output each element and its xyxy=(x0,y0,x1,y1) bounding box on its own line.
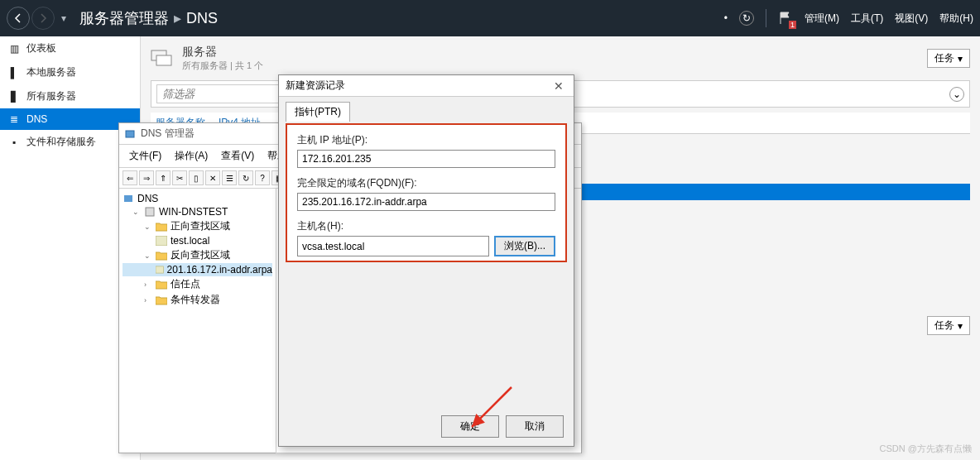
ip-label: 主机 IP 地址(P): xyxy=(297,133,555,147)
server-icon: ▌ xyxy=(8,67,20,79)
tree-rev-zones[interactable]: ⌄ 反向查找区域 xyxy=(122,247,272,263)
chevron-down-icon: ▾ xyxy=(958,53,963,65)
storage-icon: ▪ xyxy=(8,137,20,148)
dashboard-icon: ▥ xyxy=(8,43,20,55)
dns-tree: DNS ⌄ WIN-DNSTEST ⌄ 正向查找区域 test.local ⌄ … xyxy=(119,189,276,453)
dash-icon: • xyxy=(724,12,728,24)
servers-group-icon xyxy=(151,50,174,68)
delete-icon[interactable]: ✕ xyxy=(205,170,220,185)
refresh-icon[interactable]: ↻ xyxy=(739,11,754,26)
up-icon[interactable]: ⇑ xyxy=(156,170,171,185)
svg-rect-6 xyxy=(156,266,164,273)
ip-input[interactable] xyxy=(297,150,555,168)
tree-cond-fwd[interactable]: › 条件转发器 xyxy=(122,292,272,308)
breadcrumb-root[interactable]: 服务器管理器 xyxy=(79,8,169,28)
svg-rect-4 xyxy=(146,208,154,216)
tree-root[interactable]: DNS xyxy=(122,192,272,205)
cut-icon[interactable]: ✂ xyxy=(172,170,187,185)
breadcrumb: 服务器管理器 ▸ DNS xyxy=(79,8,218,28)
properties-icon[interactable]: ☰ xyxy=(222,170,237,185)
fqdn-input[interactable] xyxy=(297,193,555,211)
zone-icon xyxy=(156,265,164,275)
tasks-dropdown-2[interactable]: 任务▾ xyxy=(927,316,970,335)
host-label: 主机名(H): xyxy=(297,219,555,233)
back-button[interactable] xyxy=(7,7,30,30)
svg-rect-2 xyxy=(126,131,134,137)
expander-icon[interactable]: › xyxy=(144,280,152,289)
expand-toggle-icon[interactable]: ⌄ xyxy=(949,87,964,102)
tree-rev-zone-item[interactable]: 201.16.172.in-addr.arpa xyxy=(122,263,272,276)
tree-fwd-zones[interactable]: ⌄ 正向查找区域 xyxy=(122,218,272,234)
ok-button[interactable]: 确定 xyxy=(441,415,499,438)
servers-icon: ▋ xyxy=(8,91,20,103)
svg-rect-3 xyxy=(124,195,132,202)
topbar: ▾ 服务器管理器 ▸ DNS • ↻ 1 管理(M) 工具(T) 视图(V) 帮… xyxy=(0,0,980,36)
expander-icon[interactable]: ⌄ xyxy=(144,223,152,231)
tree-fwd-zone-item[interactable]: test.local xyxy=(122,234,272,247)
help-icon[interactable]: ? xyxy=(255,170,270,185)
dns-root-icon xyxy=(122,193,134,204)
refresh-icon-2[interactable]: ↻ xyxy=(238,170,253,185)
dns-app-icon xyxy=(124,128,136,140)
browse-button[interactable]: 浏览(B)... xyxy=(494,236,555,256)
fqdn-label: 完全限定的域名(FQDN)(F): xyxy=(297,176,555,190)
server-subtitle: 所有服务器 | 共 1 个 xyxy=(182,60,263,72)
server-node-icon xyxy=(144,206,156,218)
menu-help[interactable]: 帮助(H) xyxy=(939,12,973,26)
tree-server[interactable]: ⌄ WIN-DNSTEST xyxy=(122,205,272,218)
watermark: CSDN @方先森有点懒 xyxy=(880,443,972,455)
nav-fwd-icon[interactable]: ⇒ xyxy=(139,170,154,185)
menu-view2[interactable]: 查看(V) xyxy=(216,147,259,165)
dropdown-icon[interactable]: ▾ xyxy=(61,12,66,24)
server-title: 服务器 xyxy=(182,45,263,60)
copy-icon[interactable]: ▯ xyxy=(189,170,204,185)
chevron-down-icon: ▾ xyxy=(958,320,963,332)
sidebar-item-dashboard[interactable]: ▥ 仪表板 xyxy=(0,36,140,60)
close-icon[interactable]: ✕ xyxy=(550,79,567,93)
menu-view[interactable]: 视图(V) xyxy=(895,12,928,26)
menu-file[interactable]: 文件(F) xyxy=(124,147,166,165)
sidebar-item-all-servers[interactable]: ▋ 所有服务器 xyxy=(0,84,140,108)
top-right-menu: • ↻ 1 管理(M) 工具(T) 视图(V) 帮助(H) xyxy=(724,9,973,27)
svg-rect-5 xyxy=(156,236,167,246)
folder-icon xyxy=(156,222,167,232)
dialog-body: 主机 IP 地址(P): 完全限定的域名(FQDN)(F): 主机名(H): 浏… xyxy=(286,123,567,262)
expander-icon[interactable]: ⌄ xyxy=(144,252,152,260)
new-record-dialog: 新建资源记录 ✕ 指针(PTR) 主机 IP 地址(P): 完全限定的域名(FQ… xyxy=(278,74,574,447)
dns-icon: ≣ xyxy=(8,113,20,125)
expander-icon[interactable]: › xyxy=(144,296,152,304)
notifications-flag-icon[interactable]: 1 xyxy=(778,11,793,26)
forward-button[interactable] xyxy=(31,7,55,30)
folder-icon xyxy=(156,280,167,290)
menu-manage[interactable]: 管理(M) xyxy=(805,12,839,26)
sidebar-item-local-server[interactable]: ▌ 本地服务器 xyxy=(0,60,140,84)
tab-ptr[interactable]: 指针(PTR) xyxy=(286,102,350,122)
zone-icon xyxy=(156,236,167,246)
host-input[interactable] xyxy=(297,236,489,256)
tasks-dropdown[interactable]: 任务▾ xyxy=(927,49,970,68)
tab-strip: 指针(PTR) xyxy=(279,97,574,122)
expander-icon[interactable]: ⌄ xyxy=(132,208,141,216)
cancel-button[interactable]: 取消 xyxy=(506,415,564,438)
breadcrumb-current[interactable]: DNS xyxy=(186,10,218,27)
nav-back-icon[interactable]: ⇐ xyxy=(122,170,137,185)
folder-icon xyxy=(156,295,167,305)
menu-action[interactable]: 操作(A) xyxy=(170,147,213,165)
dialog-title: 新建资源记录 ✕ xyxy=(279,75,574,97)
folder-icon xyxy=(156,251,167,261)
menu-tools[interactable]: 工具(T) xyxy=(851,12,883,26)
svg-rect-1 xyxy=(156,55,171,65)
tree-trust[interactable]: › 信任点 xyxy=(122,276,272,292)
